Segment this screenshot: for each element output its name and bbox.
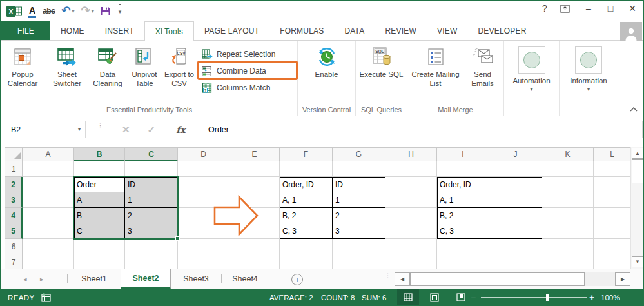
cell-I2[interactable]: Order, ID [437,177,489,192]
execute-sql-button[interactable]: SQL Execute SQL [357,44,406,79]
help-button[interactable]: ? [538,3,551,14]
cell-K1[interactable] [542,161,594,177]
tab-data[interactable]: DATA [334,21,375,40]
column-header-B[interactable]: B [74,147,125,161]
redo-button[interactable]: ↷▾ [81,4,94,18]
sheet-tab-sheet1[interactable]: Sheet1 [68,269,121,289]
cell-H5[interactable] [385,223,437,239]
zoom-in-button[interactable]: + [589,289,594,306]
popup-calendar-button[interactable]: Popup Calendar [1,44,44,88]
cell-B7[interactable] [74,254,125,269]
cell-H7[interactable] [385,254,437,269]
cell-I1[interactable] [437,161,489,177]
cell-C2[interactable]: ID [125,177,178,192]
cell-J2[interactable] [489,177,542,192]
cell-J1[interactable] [489,161,542,177]
cell-L5[interactable] [594,223,630,239]
cell-F6[interactable] [280,239,333,254]
cell-C1[interactable] [125,161,178,177]
cell-K6[interactable] [542,239,594,254]
cell-H4[interactable] [385,208,437,223]
enter-check-icon[interactable]: ✓ [148,124,156,136]
maximize-button[interactable]: □ [604,3,617,14]
font-color-button[interactable]: A [28,4,36,18]
tab-insert[interactable]: INSERT [95,21,144,40]
page-break-view-button[interactable] [450,289,472,306]
zoom-slider-track[interactable] [481,297,587,298]
cell-G1[interactable] [333,161,385,177]
export-to-csv-button[interactable]: CSV Export to CSV [163,44,195,88]
cell-E6[interactable] [229,239,280,254]
cell-B1[interactable] [74,161,125,177]
cell-K7[interactable] [542,254,594,269]
save-icon[interactable] [101,4,111,18]
insert-function-icon[interactable]: fx [176,125,185,135]
tab-review[interactable]: REVIEW [375,21,427,40]
cell-L1[interactable] [594,161,630,177]
cell-J5[interactable] [489,223,542,239]
undo-button[interactable]: ↶▾ [61,4,74,18]
row-header-2[interactable]: 2 [5,177,23,192]
cell-A2[interactable] [23,177,74,192]
cell-J4[interactable] [489,208,542,223]
cell-K2[interactable] [542,177,594,192]
sheet-nav-right-icon[interactable]: ▸ [40,275,44,283]
tab-file[interactable]: FILE [1,21,50,40]
cell-K3[interactable] [542,192,594,208]
cell-A6[interactable] [23,239,74,254]
sheet-tab-sheet4[interactable]: Sheet4 [222,269,268,289]
user-avatar[interactable] [620,22,642,41]
cell-D2[interactable] [178,177,229,192]
page-layout-view-button[interactable] [424,289,445,306]
column-header-C[interactable]: C [125,147,178,161]
excel-logo-icon[interactable]: X [6,4,22,18]
cell-J3[interactable] [489,192,542,208]
cell-K4[interactable] [542,208,594,223]
cell-G6[interactable] [333,239,385,254]
column-header-L[interactable]: L [594,147,630,161]
column-header-A[interactable]: A [23,147,74,161]
row-header-1[interactable]: 1 [5,161,23,177]
sheet-nav-left-icon[interactable]: ◂ [23,275,27,283]
create-mailing-list-button[interactable]: Create Mailing List [409,44,462,88]
cell-L3[interactable] [594,192,630,208]
column-header-F[interactable]: F [280,147,333,161]
formula-input[interactable]: Order [199,125,229,134]
vertical-scroll-thumb[interactable] [632,159,643,183]
normal-view-button[interactable] [397,289,419,306]
cell-G4[interactable]: 2 [333,208,385,223]
scroll-left-icon[interactable]: ◀ [395,272,410,286]
cell-H3[interactable] [385,192,437,208]
cell-F7[interactable] [280,254,333,269]
cell-I4[interactable]: B, 2 [437,208,489,223]
cell-D6[interactable] [178,239,229,254]
scroll-up-icon[interactable]: ▲ [632,148,643,159]
strikethrough-button[interactable]: abc [43,4,55,18]
column-header-K[interactable]: K [542,147,594,161]
scroll-down-icon[interactable]: ▼ [632,256,643,267]
sheet-tab-sheet3[interactable]: Sheet3 [171,269,221,289]
formula-bar-grip[interactable]: ⋮ [97,123,104,127]
tab-home[interactable]: HOME [50,21,95,40]
cell-G2[interactable]: ID [333,177,385,192]
row-header-6[interactable]: 6 [5,239,23,254]
cell-F3[interactable]: A, 1 [280,192,333,208]
cell-A5[interactable] [23,223,74,239]
ribbon-display-options-button[interactable] [560,5,573,13]
sheet-tab-sheet2[interactable]: Sheet2 [121,269,171,289]
zoom-level[interactable]: 100% [601,289,620,306]
cell-H2[interactable] [385,177,437,192]
cell-G3[interactable]: 1 [333,192,385,208]
row-header-4[interactable]: 4 [5,208,23,223]
cell-B4[interactable]: B [74,208,125,223]
cell-F1[interactable] [280,161,333,177]
minimize-button[interactable]: – [582,3,595,14]
cancel-icon[interactable]: ✕ [122,124,130,136]
cell-F5[interactable]: C, 3 [280,223,333,239]
cell-G5[interactable]: 3 [333,223,385,239]
cell-I6[interactable] [437,239,489,254]
cell-E2[interactable] [229,177,280,192]
cell-L4[interactable] [594,208,630,223]
tabbar-grip-dots[interactable]: ⋮ [385,274,391,278]
selection-fill-handle[interactable] [175,236,180,241]
